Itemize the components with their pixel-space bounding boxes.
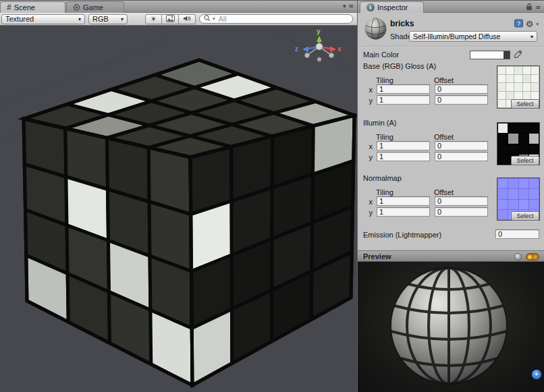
gizmo-negative-axis-handle[interactable] — [305, 53, 310, 58]
gizmo-z-axis-cone[interactable] — [302, 47, 308, 53]
color-mode-dropdown[interactable]: RGB ▾ — [88, 14, 128, 24]
scene-tab-label: Scene — [14, 3, 35, 11]
scene-canvas: y x z — [0, 26, 357, 392]
lock-icon[interactable] — [526, 3, 533, 12]
emission-label: Emission (Lightmapper) — [363, 231, 441, 239]
normalmap-offset-y-input[interactable] — [435, 207, 488, 217]
illumin-tiling-y-input[interactable] — [377, 152, 430, 161]
normalmap-tiling-x-input[interactable] — [377, 196, 430, 206]
texture-section-base: Base (RGB) Gloss (A) Tiling Offset x y S… — [358, 62, 544, 109]
tiling-header: Tiling — [376, 76, 393, 84]
color-alpha-chip — [504, 51, 510, 59]
preview-header: Preview — [358, 250, 544, 262]
search-icon — [204, 15, 211, 23]
dropdown-arrow-icon: ▾ — [343, 3, 346, 9]
scene-render-toggles: ☀ — [145, 14, 196, 24]
x-row-label: x — [366, 198, 373, 206]
gizmo-x-label: x — [337, 45, 342, 53]
emission-input[interactable] — [495, 229, 539, 239]
gizmo-x-axis-cone[interactable] — [330, 47, 336, 53]
lighting-toggle-button[interactable]: ☀ — [145, 14, 162, 24]
material-preview-area[interactable]: + — [358, 262, 544, 392]
base-offset-x-input[interactable] — [435, 84, 488, 94]
main-color-label: Main Color — [363, 51, 399, 59]
base-texture-select-button[interactable]: Select — [511, 99, 539, 109]
inspector-tab-label: Inspector — [377, 3, 408, 11]
scene-viewport[interactable]: y x z — [0, 26, 357, 392]
illumin-offset-y-input[interactable] — [435, 152, 488, 161]
gear-icon[interactable]: ⚙ — [526, 20, 534, 28]
illumin-texture-select-button[interactable]: Select — [511, 156, 539, 165]
eyedropper-icon[interactable] — [514, 49, 523, 59]
inspector-panel: i Inspector ≡ — [357, 1, 544, 392]
search-filter-arrow-icon[interactable]: ▾ — [213, 16, 215, 22]
preview-lighting-toggle-icon[interactable] — [526, 253, 539, 260]
tab-game[interactable]: Game — [66, 1, 124, 13]
normalmap-offset-x-input[interactable] — [435, 196, 488, 206]
main-color-swatch[interactable] — [470, 51, 510, 59]
tab-inspector[interactable]: i Inspector — [360, 1, 424, 13]
inspector-tabbar: i Inspector ≡ — [358, 1, 544, 13]
texture-section-normalmap: Normalmap Tiling Offset x y Select — [358, 174, 544, 221]
dropdown-arrow-icon: ▾ — [75, 16, 81, 22]
orientation-gizmo[interactable]: y x z — [295, 28, 342, 61]
base-tiling-x-input[interactable] — [377, 84, 430, 94]
scene-toolbar: Textured ▾ RGB ▾ ☀ — [0, 13, 357, 26]
normalmap-texture-select-button[interactable]: Select — [511, 211, 539, 221]
section-label: Base (RGB) Gloss (A) — [363, 62, 436, 70]
gizmo-center-handle[interactable] — [316, 43, 323, 50]
offset-header: Offset — [434, 188, 454, 196]
game-tab-label: Game — [83, 3, 103, 11]
svg-text:?: ? — [517, 20, 520, 27]
scene-panel-menu[interactable]: ▾ ≡ — [343, 3, 354, 9]
normalmap-tiling-y-input[interactable] — [377, 207, 430, 217]
preview-add-button[interactable]: + — [532, 370, 541, 379]
shader-dropdown[interactable]: Self-Illumin/Bumped Diffuse ▾ — [409, 31, 537, 42]
gizmo-y-axis-cone[interactable] — [317, 36, 322, 42]
tab-scene[interactable]: # Scene — [0, 1, 65, 13]
unity-editor-window: # Scene Game ▾ ≡ Textured ▾ RGB ▾ — [0, 0, 544, 392]
menu-icon[interactable]: ≡ — [535, 4, 541, 11]
illumin-tiling-x-input[interactable] — [377, 141, 430, 150]
offset-header: Offset — [434, 76, 454, 84]
scene-panel: # Scene Game ▾ ≡ Textured ▾ RGB ▾ — [0, 1, 357, 392]
shader-value: Self-Illumin/Bumped Diffuse — [413, 32, 500, 40]
material-preview-icon[interactable] — [364, 18, 387, 41]
scene-search-field[interactable]: ▾ All — [199, 14, 353, 24]
base-tiling-y-input[interactable] — [377, 95, 430, 105]
image-icon — [166, 15, 175, 24]
skybox-fx-toggle-button[interactable] — [162, 14, 179, 24]
preview-shape-toggle-icon[interactable] — [514, 253, 522, 260]
gizmo-z-label: z — [295, 45, 298, 53]
speaker-icon — [183, 15, 191, 24]
gizmo-negative-axis-handle[interactable] — [329, 53, 334, 58]
draw-mode-dropdown[interactable]: Textured ▾ — [1, 14, 85, 24]
section-label: Illumin (A) — [363, 119, 397, 127]
texture-section-illumin: Illumin (A) Tiling Offset x y Select — [358, 119, 544, 166]
tiling-header: Tiling — [376, 188, 393, 196]
search-filter-value: All — [219, 15, 227, 23]
material-name: bricks — [390, 19, 414, 28]
inspector-panel-menu[interactable]: ≡ — [526, 3, 541, 12]
y-row-label: y — [366, 208, 373, 217]
illumin-offset-x-input[interactable] — [435, 141, 488, 150]
y-row-label: y — [366, 153, 373, 161]
base-offset-y-input[interactable] — [435, 95, 488, 105]
scene-tab-icon: # — [7, 3, 11, 12]
dropdown-arrow-icon: ▾ — [536, 22, 539, 27]
preview-header-icons — [514, 253, 539, 260]
preview-sphere — [358, 262, 543, 392]
dropdown-arrow-icon: ▾ — [527, 34, 533, 40]
scene-tabbar: # Scene Game ▾ ≡ — [0, 1, 357, 13]
material-header-icons: ? ⚙ ▾ — [514, 19, 539, 29]
gizmo-negative-axis-handle[interactable] — [317, 57, 321, 61]
audio-toggle-button[interactable] — [179, 14, 196, 24]
inspector-icon: i — [366, 3, 375, 11]
help-icon[interactable]: ? — [514, 19, 523, 29]
offset-header: Offset — [434, 133, 454, 141]
game-tab-icon — [73, 3, 80, 12]
brick-cube-mesh[interactable] — [24, 60, 354, 385]
sun-icon: ☀ — [151, 16, 157, 23]
x-row-label: x — [366, 86, 373, 94]
x-row-label: x — [366, 142, 373, 150]
